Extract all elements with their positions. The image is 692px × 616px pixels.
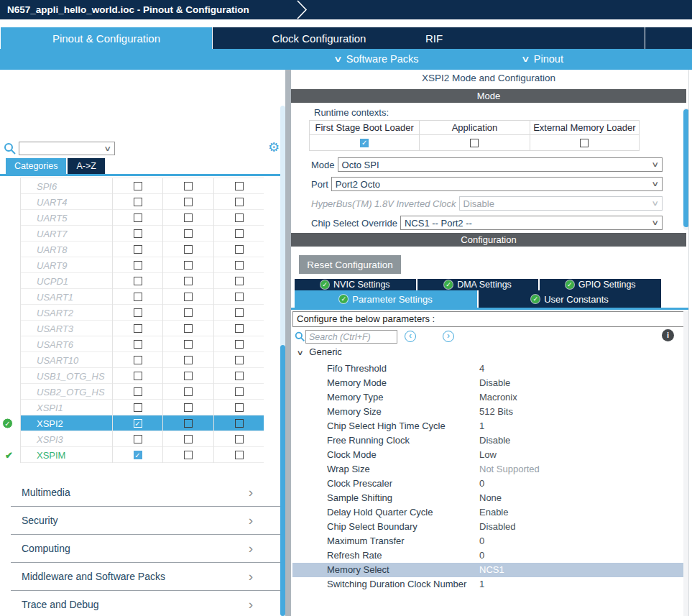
peripheral-row[interactable]: ✓ ✔ XSPI3 xyxy=(21,431,264,447)
parameter-row[interactable]: Sample Shifting None xyxy=(292,491,685,505)
context1-checkbox[interactable] xyxy=(134,372,142,380)
context3-checkbox[interactable] xyxy=(235,182,244,190)
context2-checkbox[interactable] xyxy=(184,198,193,206)
context2-checkbox[interactable] xyxy=(184,245,193,254)
parameter-row[interactable]: Memory Select NCS1 xyxy=(292,563,685,577)
context1-checkbox[interactable] xyxy=(134,387,142,396)
context2-checkbox[interactable] xyxy=(184,261,193,270)
category-item[interactable]: Middleware and Software Packs › xyxy=(11,563,280,591)
peripheral-row[interactable]: ✓ ✔ UART7 xyxy=(21,226,264,242)
context3-checkbox[interactable] xyxy=(235,277,244,285)
peripheral-row[interactable]: ✓ ✔ USB1_OTG_HS xyxy=(21,368,264,384)
subheader-dropdown[interactable]: ∨Pinout xyxy=(522,49,563,70)
parameter-row[interactable]: Memory Type Macronix xyxy=(292,390,685,405)
context1-checkbox[interactable] xyxy=(134,324,142,333)
context1-checkbox[interactable] xyxy=(134,308,142,317)
field-select[interactable]: Port2 Octo ∨ xyxy=(331,177,663,191)
context1-checkbox[interactable] xyxy=(134,340,142,349)
context3-checkbox[interactable] xyxy=(235,261,244,270)
parameter-row[interactable]: Refresh Rate 0 xyxy=(292,548,685,563)
sidebar-tab[interactable]: A->Z xyxy=(68,158,104,174)
context3-checkbox[interactable] xyxy=(235,356,244,364)
context1-checkbox[interactable] xyxy=(134,356,142,364)
context2-checkbox[interactable] xyxy=(184,308,193,317)
peripheral-row[interactable]: ✓ ✔ UART4 xyxy=(21,194,264,210)
context1-checkbox[interactable] xyxy=(134,198,142,206)
peripheral-row[interactable]: ✓ ✔ UART8 xyxy=(21,242,264,257)
context1-checkbox[interactable] xyxy=(134,245,142,254)
context1-checkbox[interactable] xyxy=(134,435,142,443)
context2-checkbox[interactable] xyxy=(184,372,193,380)
search-previous-button[interactable]: ‹ xyxy=(405,331,416,342)
context3-checkbox[interactable] xyxy=(235,198,244,206)
parameter-row[interactable]: Switching Duration Clock Number 1 xyxy=(292,577,685,592)
settings-tab[interactable]: ✓ DMA Settings xyxy=(417,279,539,290)
peripheral-row[interactable]: ✓ ✔ UCPD1 xyxy=(21,273,264,289)
context3-checkbox[interactable] xyxy=(235,451,244,459)
context3-checkbox[interactable] xyxy=(235,324,244,333)
context2-checkbox[interactable] xyxy=(184,419,193,428)
context2-checkbox[interactable] xyxy=(184,340,193,349)
parameter-row[interactable]: Wrap Size Not Supported xyxy=(292,462,685,477)
context3-checkbox[interactable] xyxy=(235,435,244,443)
sidebar-tab[interactable]: Categories xyxy=(6,158,66,174)
context3-checkbox[interactable] xyxy=(235,245,244,254)
parameter-row[interactable]: Maximum Transfer 0 xyxy=(292,534,685,548)
parameter-row[interactable]: Memory Size 512 Bits xyxy=(292,405,685,419)
parameter-row[interactable]: Fifo Threshold 4 xyxy=(292,362,685,376)
context1-checkbox[interactable] xyxy=(134,261,142,270)
field-select[interactable]: Octo SPI ∨ xyxy=(338,157,663,172)
context1-checkbox[interactable] xyxy=(134,182,142,190)
peripheral-row[interactable]: ✓ ✔ UART9 xyxy=(21,257,264,273)
context1-checkbox[interactable] xyxy=(134,419,142,428)
context2-checkbox[interactable] xyxy=(184,451,193,459)
context2-checkbox[interactable] xyxy=(184,403,193,412)
settings-tab[interactable]: ✓ NVIC Settings xyxy=(295,279,416,290)
context2-checkbox[interactable] xyxy=(184,356,193,364)
search-next-button[interactable]: › xyxy=(443,331,454,342)
field-select[interactable]: NCS1 -- Port2 -- ∨ xyxy=(400,216,663,230)
runtime-context-checkbox[interactable] xyxy=(470,139,479,147)
peripheral-row[interactable]: ✓ ✔ USART1 xyxy=(21,289,264,305)
context3-checkbox[interactable] xyxy=(235,308,244,317)
peripheral-row[interactable]: ✓ ✔ XSPI1 xyxy=(21,400,264,415)
field-select[interactable]: Disable ∨ xyxy=(459,196,663,211)
context3-checkbox[interactable] xyxy=(235,403,244,412)
parameter-row[interactable]: Memory Mode Disable xyxy=(292,376,685,390)
settings-tab[interactable]: ✓ Parameter Settings xyxy=(295,290,477,308)
context2-checkbox[interactable] xyxy=(184,182,193,190)
context2-checkbox[interactable] xyxy=(184,324,193,333)
peripheral-row[interactable]: ✓ ✔ SPI6 xyxy=(21,178,264,194)
main-tab[interactable]: RIF xyxy=(425,27,443,49)
info-icon[interactable]: i xyxy=(662,329,674,341)
context3-checkbox[interactable] xyxy=(235,340,244,349)
main-tab[interactable]: Clock Configuration xyxy=(212,27,425,49)
context3-checkbox[interactable] xyxy=(235,419,244,428)
category-item[interactable]: Computing › xyxy=(11,535,280,563)
settings-tab[interactable]: ✓ GPIO Settings xyxy=(540,279,661,290)
context2-checkbox[interactable] xyxy=(184,213,193,222)
context1-checkbox[interactable] xyxy=(134,403,142,412)
parameter-search-input[interactable] xyxy=(305,330,397,344)
context2-checkbox[interactable] xyxy=(184,387,193,396)
context2-checkbox[interactable] xyxy=(184,435,193,443)
sidebar-search-combobox[interactable]: ∨ xyxy=(19,142,115,155)
parameter-row[interactable]: Free Running Clock Disable xyxy=(292,433,685,448)
context3-checkbox[interactable] xyxy=(235,293,244,301)
peripheral-row[interactable]: ✓ ✔ XSPI2 xyxy=(21,415,264,431)
context3-checkbox[interactable] xyxy=(235,213,244,222)
context1-checkbox[interactable] xyxy=(134,229,142,238)
peripheral-row[interactable]: ✓ ✔ USB2_OTG_HS xyxy=(21,384,264,400)
category-item[interactable]: Multimedia › xyxy=(11,479,280,507)
peripheral-row[interactable]: ✓ ✔ USART6 xyxy=(21,336,264,352)
context2-checkbox[interactable] xyxy=(184,277,193,285)
context2-checkbox[interactable] xyxy=(184,229,193,238)
context1-checkbox[interactable] xyxy=(134,293,142,301)
category-item[interactable]: Trace and Debug › xyxy=(11,591,280,616)
subheader-dropdown[interactable]: ∨Software Packs xyxy=(335,49,419,70)
context3-checkbox[interactable] xyxy=(235,372,244,380)
runtime-context-checkbox[interactable] xyxy=(580,139,589,147)
peripheral-row[interactable]: ✓ ✔ UART5 xyxy=(21,210,264,226)
parameter-row[interactable]: Clock Prescaler 0 xyxy=(292,477,685,491)
gear-icon[interactable]: ⚙ xyxy=(268,141,280,154)
